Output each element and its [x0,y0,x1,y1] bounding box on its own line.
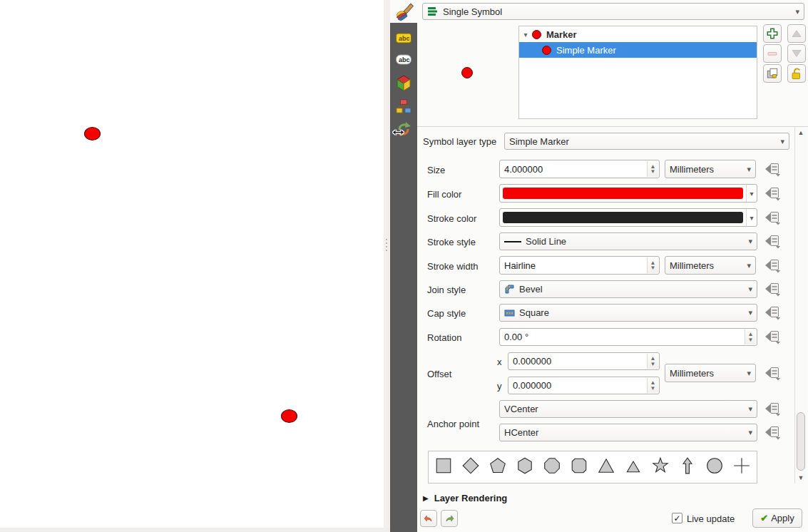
shape-arc-left-icon[interactable] [566,482,593,484]
size-unit-combobox[interactable]: Millimeters ▾ [665,160,756,178]
shape-equilateral-triangle-icon[interactable] [620,454,647,478]
shape-arrowhead-icon[interactable] [647,482,674,484]
paintbrush-icon [394,2,415,22]
symbol-layers-tree[interactable]: ▾ Marker Simple Marker [518,26,757,119]
symbology-tab[interactable] [394,2,415,22]
3d-view-tab[interactable] [394,73,413,93]
layer-rendering-header[interactable]: ▶ Layer Rendering [423,493,507,503]
stroke-color-button[interactable]: ▾ [499,208,757,227]
renderer-combobox[interactable]: Single Symbol ▾ [422,3,804,20]
size-input[interactable]: 4.000000 ▲▼ [499,160,660,178]
shape-diamond-icon[interactable] [457,454,484,478]
shape-diagonal-2-icon[interactable] [620,482,647,484]
shape-arrow-up-icon[interactable] [674,454,701,478]
labels-tab[interactable]: abc [394,29,413,46]
join-style-value: Bevel [519,284,543,295]
live-update-checkbox[interactable]: ✓ [672,513,682,523]
offset-y-input[interactable]: 0.000000 ▲▼ [508,377,660,394]
shape-semicircle-2-icon[interactable] [674,482,701,484]
join-style-combobox[interactable]: Bevel ▾ [499,280,757,298]
anchor-vertical-data-override-button[interactable] [763,400,781,417]
symbol-layer-type-combobox[interactable]: Simple Marker ▾ [504,133,789,150]
scroll-up-icon[interactable]: ▲ [796,129,806,136]
shape-semicircle-icon[interactable] [538,482,566,484]
expand-arrow-icon[interactable]: ▾ [519,31,532,39]
lock-colors-button[interactable] [787,64,806,83]
diagrams-tab[interactable] [394,97,413,116]
stroke-style-label: Stroke style [427,237,476,247]
data-defined-override-icon [764,401,781,416]
move-layer-down-button[interactable] [787,44,806,63]
stroke-width-unit-combobox[interactable]: Millimeters ▾ [665,256,756,275]
offset-x-input[interactable]: 0.000000 ▲▼ [508,352,660,370]
shape-arc-right-icon[interactable] [593,482,620,484]
check-icon: ✓ [673,513,680,523]
apply-label: Apply [771,513,794,523]
undo-button[interactable] [420,510,437,527]
stroke-color-data-override-button[interactable] [763,209,781,226]
move-layer-up-button[interactable] [787,24,806,43]
scroll-down-icon[interactable]: ▼ [796,474,806,481]
shape-half-square-icon[interactable] [728,482,755,484]
form-scrollbar[interactable]: ▲ ▼ [794,127,806,484]
shape-octagon-icon[interactable] [538,454,566,478]
shape-circle-icon[interactable] [701,454,728,478]
map-canvas[interactable] [0,0,384,528]
rotation-input[interactable]: 0.00 ° ▲▼ [499,328,757,346]
add-symbol-layer-button[interactable] [763,24,782,43]
shape-diagonal-icon[interactable] [457,482,484,484]
size-spinner[interactable]: ▲▼ [647,161,658,177]
shape-hexagon-icon[interactable] [511,454,538,478]
apply-check-icon: ✔ [760,513,768,523]
rotation-spinner[interactable]: ▲▼ [745,329,756,344]
tree-row-simple-marker[interactable]: Simple Marker [519,42,757,58]
redo-button[interactable] [441,510,458,527]
offset-y-label: y [497,381,502,392]
join-style-data-override-button[interactable] [763,280,781,297]
panel-splitter[interactable] [384,0,390,528]
shape-bar-icon[interactable] [430,482,457,484]
offset-x-spinner[interactable]: ▲▼ [647,354,658,369]
expand-right-icon: ▶ [423,494,429,502]
fill-color-dropdown-arrow[interactable]: ▾ [746,185,757,202]
stroke-width-data-override-button[interactable] [763,257,781,274]
stroke-color-dropdown-arrow[interactable]: ▾ [746,209,757,226]
shape-chevron-icon[interactable] [484,482,511,484]
cap-style-data-override-button[interactable] [763,304,781,321]
stroke-width-input[interactable]: Hairline ▲▼ [499,256,660,275]
stroke-width-spinner[interactable]: ▲▼ [647,257,658,273]
shape-line-icon[interactable] [511,482,538,484]
shape-star-icon[interactable] [647,454,674,478]
shape-square-icon[interactable] [430,454,457,478]
stroke-style-data-override-button[interactable] [763,232,781,250]
offset-data-override-button[interactable] [763,364,781,382]
scrollbar-thumb[interactable] [797,412,805,471]
marker-shape-picker[interactable] [428,451,757,484]
shape-quarter-circle-icon[interactable] [701,482,728,484]
offset-unit-combobox[interactable]: Millimeters ▾ [665,364,756,382]
single-symbol-icon [427,6,439,17]
shape-rounded-square-icon[interactable] [566,454,593,478]
shape-cross-icon[interactable] [728,454,755,478]
offset-unit-value: Millimeters [670,368,714,379]
fill-color-data-override-button[interactable] [763,185,781,202]
anchor-horizontal-combobox[interactable]: HCenter ▾ [499,424,757,441]
fill-color-button[interactable]: ▾ [499,184,757,203]
duplicate-layer-button[interactable] [763,64,782,83]
cap-style-combobox[interactable]: Square ▾ [499,304,757,322]
apply-button[interactable]: ✔ Apply [752,508,802,528]
remove-symbol-layer-button[interactable] [763,44,782,63]
data-defined-override-icon [764,161,781,177]
annotations-tab[interactable]: abc [394,51,413,68]
shape-triangle-icon[interactable] [593,454,620,478]
tree-row-marker[interactable]: ▾ Marker [519,26,757,42]
anchor-horizontal-data-override-button[interactable] [763,424,781,441]
shape-pentagon-icon[interactable] [484,454,511,478]
rotation-data-override-button[interactable] [763,328,781,345]
stroke-style-combobox[interactable]: Solid Line ▾ [499,232,757,250]
offset-y-spinner[interactable]: ▲▼ [647,378,658,393]
splitter-handle [386,239,387,253]
chevron-down-icon: ▾ [748,405,752,413]
anchor-vertical-combobox[interactable]: VCenter ▾ [499,400,757,418]
size-data-override-button[interactable] [763,160,781,178]
